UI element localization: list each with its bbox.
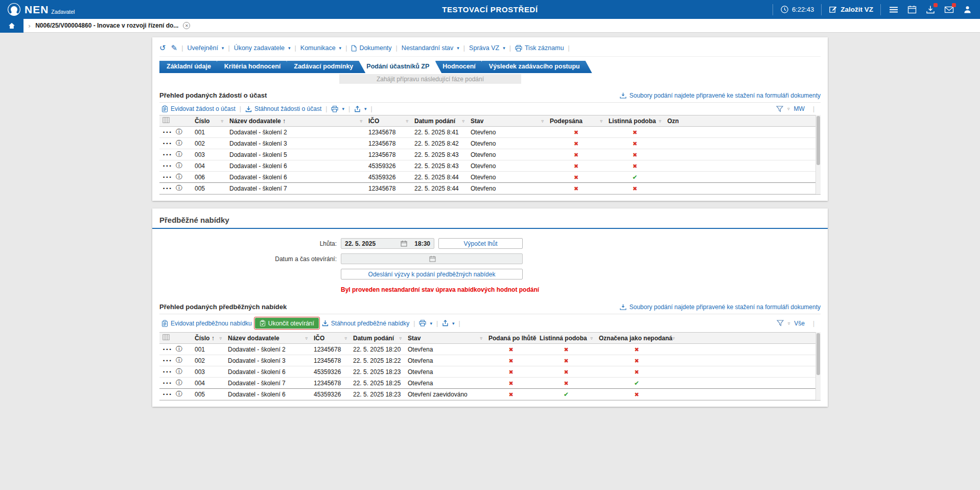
calendar-button[interactable] — [906, 4, 918, 15]
column-header[interactable]: Stav▿ — [405, 333, 485, 344]
table-row[interactable]: •••ⓘ003Dodavatel - školení 64535932622. … — [159, 366, 815, 378]
toolbar-item-7[interactable]: Tisk záznamu — [515, 44, 564, 52]
table-row[interactable]: •••ⓘ005Dodavatel - školení 71234567822. … — [159, 183, 815, 194]
start-next-phase-button[interactable]: Zahájit přípravu následující fáze podání — [339, 74, 521, 84]
menu-button[interactable] — [888, 4, 899, 15]
tab-5[interactable]: Hodnocení — [435, 61, 488, 73]
tab-1[interactable]: Základní údaje — [159, 61, 223, 73]
column-header[interactable]: Číslo▿ — [192, 115, 226, 127]
scrollbar-thumb[interactable] — [816, 116, 820, 165]
ukoncit-oteviani-button[interactable]: Ukončit otevírání — [255, 318, 319, 329]
row-actions-icon[interactable]: ••• — [162, 186, 172, 191]
row-actions-icon[interactable]: ••• — [162, 130, 172, 135]
saved-filter-selector[interactable]: MW — [794, 105, 805, 112]
column-header[interactable]: Podepsána▿ — [547, 115, 605, 127]
info-icon[interactable]: ⓘ — [176, 367, 182, 376]
table-row[interactable]: •••ⓘ004Dodavatel - školení 64535932622. … — [159, 160, 815, 172]
calendar-icon[interactable] — [429, 255, 436, 262]
print-button[interactable]: ▾ — [419, 320, 432, 326]
edit-record-button[interactable]: ✎ — [171, 43, 178, 53]
chevron-down-icon[interactable]: ▿ — [788, 321, 790, 326]
evidovat-zadost-button[interactable]: Evidovat žádost o účast — [161, 105, 236, 112]
table-scrollbar[interactable] — [815, 115, 821, 194]
breadcrumb-record[interactable]: N006/25/V00004860 - Inovace v rozvoji ří… — [35, 22, 178, 29]
filter-button[interactable] — [777, 320, 784, 326]
table-row[interactable]: •••ⓘ006Dodavatel - školení 64535932622. … — [159, 172, 815, 183]
column-header[interactable]: Listinná podoba▿ — [605, 115, 664, 127]
column-chooser-icon[interactable] — [159, 333, 192, 344]
row-actions-icon[interactable]: ••• — [162, 381, 172, 386]
messages-button[interactable] — [943, 4, 954, 15]
preliminary-files-link[interactable]: Soubory podání najdete připravené ke sta… — [620, 304, 821, 311]
column-filter-icon[interactable]: ▿ — [305, 336, 308, 341]
column-header[interactable]: Označena jako nepodaná▿ — [596, 333, 678, 344]
row-actions-icon[interactable]: ••• — [162, 141, 172, 146]
evidovat-nabidku-button[interactable]: Evidovat předběžnou nabídku — [161, 320, 252, 327]
info-icon[interactable]: ⓘ — [176, 161, 182, 170]
column-header[interactable]: Datum podání▿ — [350, 333, 405, 344]
column-header[interactable]: IČO▿ — [365, 115, 411, 127]
table-row[interactable]: •••ⓘ002Dodavatel - školení 31234567822. … — [159, 355, 815, 366]
column-filter-icon[interactable]: ▿ — [659, 119, 661, 124]
column-header[interactable]: Označ▿ — [664, 115, 679, 127]
row-actions-icon[interactable]: ••• — [162, 347, 172, 352]
table-scrollbar[interactable] — [815, 332, 821, 400]
column-header[interactable]: Stav▿ — [468, 115, 547, 127]
toolbar-item-6[interactable]: Správa VZ▾ — [469, 44, 505, 52]
row-actions-icon[interactable]: ••• — [162, 369, 172, 375]
column-filter-icon[interactable]: ▿ — [480, 336, 482, 341]
tab-4[interactable]: Podání účastníků ZP — [359, 61, 441, 73]
column-filter-icon[interactable]: ▿ — [221, 119, 223, 124]
table-row[interactable]: •••ⓘ001Dodavatel - školení 21234567822. … — [159, 127, 815, 138]
deadline-datetime-input[interactable]: 22. 5. 2025 18:30 — [341, 238, 434, 249]
column-header[interactable]: IČO▿ — [311, 333, 350, 344]
stahnout-nabidky-button[interactable]: Stáhnout předběžné nabídky — [322, 320, 409, 327]
tab-3[interactable]: Zadávací podmínky — [287, 61, 365, 73]
toolbar-item-4[interactable]: Dokumenty — [351, 44, 391, 52]
chevron-down-icon[interactable]: ▿ — [787, 106, 790, 111]
table-row[interactable]: •••ⓘ003Dodavatel - školení 51234567822. … — [159, 149, 815, 160]
scrollbar-thumb[interactable] — [816, 333, 820, 375]
history-button[interactable]: ↺ — [159, 43, 166, 53]
row-actions-icon[interactable]: ••• — [162, 152, 172, 157]
column-header[interactable]: Podaná po lhůtě▿ — [485, 333, 536, 344]
row-actions-icon[interactable]: ••• — [162, 392, 172, 397]
close-record-icon[interactable]: ✕ — [183, 22, 190, 29]
stahnout-zadosti-button[interactable]: Stáhnout žádosti o účast — [245, 105, 321, 112]
info-icon[interactable]: ⓘ — [176, 184, 182, 193]
column-header[interactable]: Datum podání▿ — [411, 115, 468, 127]
row-actions-icon[interactable]: ••• — [162, 164, 172, 169]
info-icon[interactable]: ⓘ — [176, 379, 182, 387]
calc-deadlines-button[interactable]: Výpočet lhůt — [438, 238, 523, 249]
column-filter-icon[interactable]: ▿ — [590, 336, 593, 341]
table-row[interactable]: •••ⓘ001Dodavatel - školení 21234567822. … — [159, 344, 815, 355]
column-filter-icon[interactable]: ▿ — [541, 119, 544, 124]
column-filter-icon[interactable]: ▿ — [399, 336, 402, 341]
toolbar-item-2[interactable]: Úkony zadavatele▾ — [234, 44, 291, 52]
info-icon[interactable]: ⓘ — [176, 128, 182, 136]
column-header[interactable]: Listinná podoba▿ — [536, 333, 596, 344]
row-actions-icon[interactable]: ••• — [162, 175, 172, 180]
user-button[interactable] — [962, 4, 973, 15]
calendar-icon[interactable] — [401, 240, 407, 247]
info-icon[interactable]: ⓘ — [176, 345, 182, 354]
downloads-button[interactable] — [925, 4, 936, 15]
info-icon[interactable]: ⓘ — [176, 390, 182, 399]
column-chooser-icon[interactable] — [159, 115, 192, 127]
column-header[interactable]: Název dodavatele ↑▿ — [226, 115, 365, 127]
table-row[interactable]: •••ⓘ002Dodavatel - školení 31234567822. … — [159, 138, 815, 149]
toolbar-item-5[interactable]: Nestandardní stav▾ — [402, 44, 459, 52]
column-filter-icon[interactable]: ▿ — [344, 336, 347, 341]
column-header[interactable]: Název dodavatele▿ — [225, 333, 311, 344]
info-icon[interactable]: ⓘ — [176, 356, 182, 365]
column-filter-icon[interactable]: ▿ — [536, 336, 536, 341]
table-row[interactable]: •••ⓘ004Dodavatel - školení 71234567822. … — [159, 378, 815, 389]
table-row[interactable]: •••ⓘ005Dodavatel - školení 64535932622. … — [159, 389, 815, 400]
tab-2[interactable]: Kritéria hodnocení — [217, 61, 293, 73]
column-filter-icon[interactable]: ▿ — [462, 119, 464, 124]
column-header[interactable]: Číslo ↑▿ — [192, 333, 225, 344]
home-button[interactable] — [0, 19, 24, 33]
export-button[interactable]: ▾ — [354, 106, 367, 112]
export-button[interactable]: ▾ — [442, 320, 455, 326]
saved-filter-selector[interactable]: Vše — [794, 320, 805, 327]
